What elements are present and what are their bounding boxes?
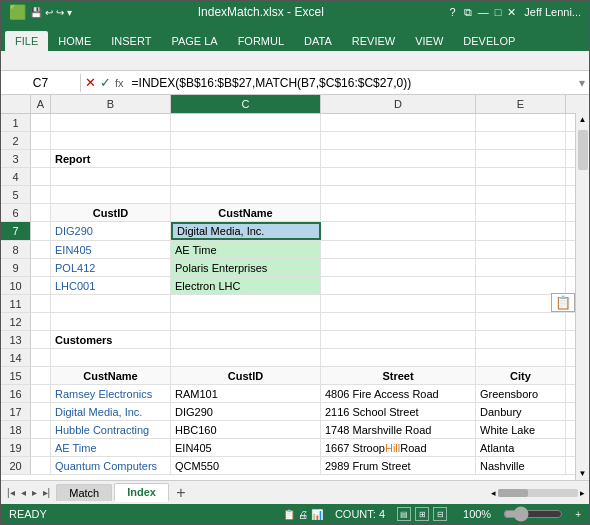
cell-e5[interactable] — [476, 186, 566, 203]
cell-a13[interactable] — [31, 331, 51, 348]
cell-b7[interactable]: DIG290 — [51, 222, 171, 240]
cell-d20[interactable]: 2989 Frum Street — [321, 457, 476, 474]
scroll-down-btn[interactable]: ▼ — [577, 467, 589, 480]
cell-d5[interactable] — [321, 186, 476, 203]
cell-b15[interactable]: CustName — [51, 367, 171, 384]
cell-b11[interactable] — [51, 295, 171, 312]
cell-c11[interactable] — [171, 295, 321, 312]
restore-btn[interactable]: ⧉ — [464, 6, 472, 19]
cell-d19[interactable]: 1667 Stroop Hill Road — [321, 439, 476, 456]
tab-data[interactable]: DATA — [294, 31, 342, 51]
cell-a20[interactable] — [31, 457, 51, 474]
tab-home[interactable]: HOME — [48, 31, 101, 51]
cell-d11[interactable] — [321, 295, 476, 312]
cell-e4[interactable] — [476, 168, 566, 185]
cell-e19[interactable]: Atlanta — [476, 439, 566, 456]
insert-function-btn[interactable]: fx — [115, 77, 124, 89]
cell-e7[interactable] — [476, 222, 566, 240]
cell-d12[interactable] — [321, 313, 476, 330]
cell-d4[interactable] — [321, 168, 476, 185]
cell-d14[interactable] — [321, 349, 476, 366]
zoom-slider[interactable] — [503, 510, 563, 518]
h-scroll-thumb[interactable] — [498, 489, 528, 497]
tab-formul[interactable]: FORMUL — [228, 31, 294, 51]
cell-a4[interactable] — [31, 168, 51, 185]
cell-a10[interactable] — [31, 277, 51, 294]
cell-a19[interactable] — [31, 439, 51, 456]
cell-d17[interactable]: 2116 School Street — [321, 403, 476, 420]
cell-c6[interactable]: CustName — [171, 204, 321, 221]
cell-a8[interactable] — [31, 241, 51, 258]
tab-view[interactable]: VIEW — [405, 31, 453, 51]
cell-b4[interactable] — [51, 168, 171, 185]
cell-a9[interactable] — [31, 259, 51, 276]
cell-b10[interactable]: LHC001 — [51, 277, 171, 294]
scroll-up-btn[interactable]: ▲ — [577, 113, 589, 126]
cell-b20[interactable]: Quantum Computers — [51, 457, 171, 474]
cell-a11[interactable] — [31, 295, 51, 312]
cell-d8[interactable] — [321, 241, 476, 258]
maximize-btn[interactable]: □ — [495, 6, 502, 19]
cell-a2[interactable] — [31, 132, 51, 149]
close-btn[interactable]: ✕ — [507, 6, 516, 19]
cell-d16[interactable]: 4806 Fire Access Road — [321, 385, 476, 402]
cell-e16[interactable]: Greensboro — [476, 385, 566, 402]
cell-a14[interactable] — [31, 349, 51, 366]
cell-d13[interactable] — [321, 331, 476, 348]
cell-b19[interactable]: AE Time — [51, 439, 171, 456]
cell-c12[interactable] — [171, 313, 321, 330]
cell-e12[interactable] — [476, 313, 566, 330]
cell-a1[interactable] — [31, 114, 51, 131]
cell-a3[interactable] — [31, 150, 51, 167]
h-scroll-left[interactable]: ◂ — [491, 488, 496, 498]
cell-c18[interactable]: HBC160 — [171, 421, 321, 438]
cell-a16[interactable] — [31, 385, 51, 402]
sheet-nav-prev[interactable]: ◂ — [19, 487, 28, 498]
cell-d15[interactable]: Street — [321, 367, 476, 384]
cell-d2[interactable] — [321, 132, 476, 149]
zoom-plus[interactable]: + — [575, 509, 581, 520]
cell-b14[interactable] — [51, 349, 171, 366]
add-sheet-btn[interactable]: + — [171, 484, 191, 502]
cell-a15[interactable] — [31, 367, 51, 384]
h-scroll-track[interactable] — [498, 489, 578, 497]
cell-e6[interactable] — [476, 204, 566, 221]
cell-d18[interactable]: 1748 Marshville Road — [321, 421, 476, 438]
cell-a5[interactable] — [31, 186, 51, 203]
cell-b9[interactable]: POL412 — [51, 259, 171, 276]
cell-d7[interactable] — [321, 222, 476, 240]
cell-c7[interactable]: Digital Media, Inc. — [171, 222, 321, 240]
cell-e15[interactable]: City — [476, 367, 566, 384]
cell-c14[interactable] — [171, 349, 321, 366]
h-scroll-right[interactable]: ▸ — [580, 488, 585, 498]
cell-c3[interactable] — [171, 150, 321, 167]
col-header-d[interactable]: D — [321, 95, 476, 113]
cell-c2[interactable] — [171, 132, 321, 149]
cell-c5[interactable] — [171, 186, 321, 203]
col-header-a[interactable]: A — [31, 95, 51, 113]
cell-a6[interactable] — [31, 204, 51, 221]
cell-b8[interactable]: EIN405 — [51, 241, 171, 258]
sheet-nav-first[interactable]: |◂ — [5, 487, 17, 498]
tab-insert[interactable]: INSERT — [101, 31, 161, 51]
cell-c8[interactable]: AE Time — [171, 241, 321, 258]
tab-file[interactable]: FILE — [5, 31, 48, 51]
cell-c1[interactable] — [171, 114, 321, 131]
cell-b6[interactable]: CustID — [51, 204, 171, 221]
cell-e9[interactable] — [476, 259, 566, 276]
cell-c13[interactable] — [171, 331, 321, 348]
paste-icon[interactable]: 📋 — [551, 293, 575, 312]
cell-b16[interactable]: Ramsey Electronics — [51, 385, 171, 402]
cell-e10[interactable] — [476, 277, 566, 294]
cell-reference[interactable]: C7 — [1, 74, 81, 92]
cell-c10[interactable]: Electron LHC — [171, 277, 321, 294]
help-btn[interactable]: ? — [450, 6, 456, 19]
cell-d3[interactable] — [321, 150, 476, 167]
confirm-formula-btn[interactable]: ✓ — [100, 75, 111, 90]
page-break-btn[interactable]: ⊟ — [433, 507, 447, 521]
page-layout-btn[interactable]: ⊞ — [415, 507, 429, 521]
col-header-c[interactable]: C — [171, 95, 321, 113]
formula-input[interactable]: =INDEX($B$16:$B$27,MATCH(B7,$C$16:$C$27,… — [128, 74, 575, 92]
cell-a7[interactable] — [31, 222, 51, 240]
cell-e14[interactable] — [476, 349, 566, 366]
